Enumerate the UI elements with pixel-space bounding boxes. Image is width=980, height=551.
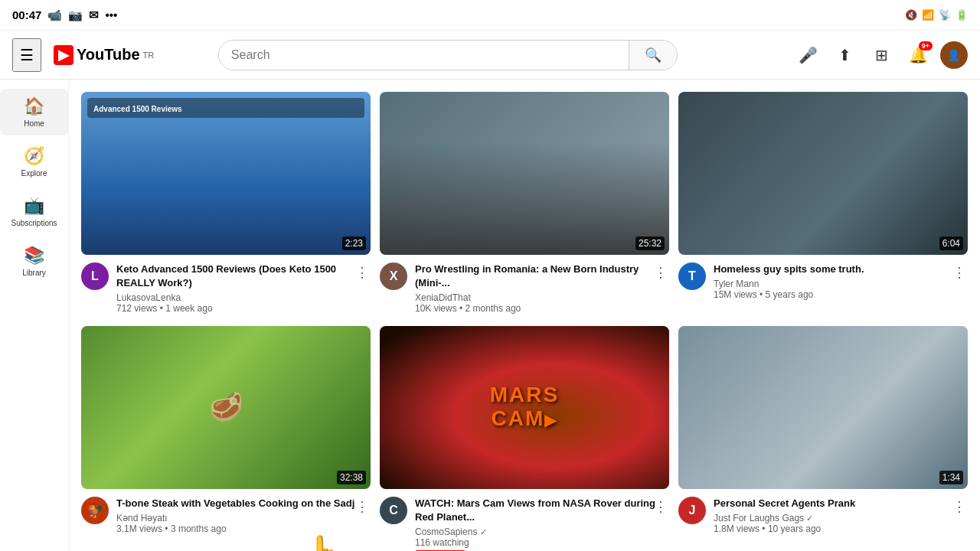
content-area: Advanced 1500 Reviews 2:23 L Keto Advanc…	[69, 80, 980, 551]
gmail-icon: ✉	[89, 8, 99, 22]
thumbnail-wrestling: 25:32	[380, 92, 669, 255]
sidebar-item-library[interactable]: 📚 Library	[0, 238, 68, 285]
sidebar-item-subscriptions[interactable]: 📺 Subscriptions	[0, 188, 68, 235]
mars-overlay-text: MARSCAM▶	[490, 384, 559, 432]
tbone-meta: T-bone Steak with Vegetables Cooking on …	[116, 497, 371, 534]
tbone-duration: 32:38	[337, 471, 366, 484]
muted-icon: 🔇	[905, 9, 917, 21]
notifications-button[interactable]: 🔔 9+	[903, 40, 934, 70]
signal-icon: 📡	[939, 9, 951, 21]
keto-review-text: Advanced 1500 Reviews	[93, 105, 182, 113]
mars-more-button[interactable]: ⋮	[652, 497, 669, 517]
video-cam2-icon: 📷	[68, 8, 83, 22]
explore-icon: 🧭	[24, 146, 44, 166]
tbone-title: T-bone Steak with Vegetables Cooking on …	[116, 497, 371, 510]
wifi-icon: 📶	[922, 9, 934, 21]
mars-title: WATCH: Mars Cam Views from NASA Rover du…	[415, 497, 669, 524]
yt-play-icon: ▶	[54, 45, 74, 65]
subscriptions-icon: 📺	[24, 196, 44, 216]
mars-channel: CosmoSapiens ✓	[415, 527, 669, 537]
agents-meta: Personal Secret Agents Prank Just For La…	[714, 497, 968, 534]
video-card-keto[interactable]: Advanced 1500 Reviews 2:23 L Keto Advanc…	[81, 92, 371, 314]
keto-stats: 712 views • 1 week ago	[116, 303, 371, 314]
sidebar-library-label: Library	[22, 269, 46, 277]
apps-button[interactable]: ⊞	[867, 40, 897, 70]
agents-channel: Just For Laughs Gags ✓	[714, 513, 968, 523]
wrestling-channel: XeniaDidThat	[415, 292, 669, 303]
sidebar-item-home[interactable]: 🏠 Home	[0, 89, 68, 135]
homeless-stats: 15M views • 5 years ago	[714, 289, 968, 300]
agents-duration: 1:34	[939, 471, 963, 484]
video-card-agents[interactable]: 1:34 J Personal Secret Agents Prank Just…	[678, 326, 968, 551]
avatar[interactable]: 👤	[940, 41, 968, 69]
upload-button[interactable]: ⬆	[830, 40, 861, 70]
mars-meta: WATCH: Mars Cam Views from NASA Rover du…	[415, 497, 669, 551]
video-grid: Advanced 1500 Reviews 2:23 L Keto Advanc…	[81, 92, 968, 551]
finger-cursor-icon: 👆	[300, 533, 348, 551]
wrestling-stats: 10K views • 2 months ago	[415, 303, 669, 314]
tbone-channel: Kənd Həyatı	[116, 513, 371, 523]
search-input[interactable]	[219, 41, 629, 70]
notification-badge: 9+	[919, 41, 933, 51]
keto-more-button[interactable]: ⋮	[354, 262, 371, 282]
wrestling-more-button[interactable]: ⋮	[652, 262, 669, 282]
agents-title: Personal Secret Agents Prank	[714, 497, 968, 510]
header: ☰ ▶ YouTubeTR 🔍 🎤 ⬆ ⊞ 🔔 9+ 👤	[0, 31, 980, 80]
video-card-homeless[interactable]: 6:04 T Homeless guy spits some truth. Ty…	[678, 92, 968, 314]
thumbnail-agents: 1:34	[678, 326, 968, 489]
mars-video-info: C WATCH: Mars Cam Views from NASA Rover …	[380, 497, 669, 551]
sidebar-subscriptions-label: Subscriptions	[11, 219, 57, 227]
mars-stats: 116 watching	[415, 537, 669, 548]
sidebar-home-label: Home	[24, 119, 44, 128]
video-cam-icon: 📹	[47, 8, 62, 22]
thumbnail-mars: MARSCAM▶	[380, 326, 669, 489]
video-card-mars[interactable]: MARSCAM▶ C WATCH: Mars Cam Views from NA…	[380, 326, 669, 551]
homeless-channel: Tyler Mann	[714, 279, 968, 289]
agents-channel-avatar: J	[678, 497, 706, 524]
agents-verified-icon: ✓	[806, 514, 813, 523]
wrestling-title: Pro Wrestling in Romania: a New Born Ind…	[415, 262, 669, 290]
keto-channel-avatar: L	[81, 262, 109, 290]
agents-more-button[interactable]: ⋮	[951, 497, 968, 517]
mars-channel-avatar: C	[380, 497, 407, 524]
search-button[interactable]: 🔍	[629, 41, 677, 70]
mars-verified-icon: ✓	[480, 527, 487, 536]
keto-title: Keto Advanced 1500 Reviews (Does Keto 15…	[116, 262, 371, 290]
library-icon: 📚	[24, 246, 44, 266]
status-bar: 00:47 📹 📷 ✉ ••• 🔇 📶 📡 🔋	[0, 0, 980, 31]
wrestling-duration: 25:32	[635, 236, 665, 250]
dots-icon: •••	[105, 8, 117, 21]
homeless-video-info: T Homeless guy spits some truth. Tyler M…	[678, 262, 968, 300]
sidebar-explore-label: Explore	[21, 169, 47, 178]
homeless-duration: 6:04	[939, 236, 963, 250]
tbone-stats: 3.1M views • 3 months ago	[116, 523, 371, 534]
sidebar-item-explore[interactable]: 🧭 Explore	[0, 139, 68, 185]
keto-meta: Keto Advanced 1500 Reviews (Does Keto 15…	[116, 262, 371, 314]
keto-channel: LukasovaLenka	[116, 292, 371, 303]
wrestling-meta: Pro Wrestling in Romania: a New Born Ind…	[415, 262, 669, 314]
video-card-wrestling[interactable]: 25:32 X Pro Wrestling in Romania: a New …	[380, 92, 669, 314]
keto-video-info: L Keto Advanced 1500 Reviews (Does Keto …	[81, 262, 371, 314]
time-display: 00:47	[12, 8, 41, 21]
status-right-icons: 🔇 📶 📡 🔋	[905, 9, 968, 21]
battery-icon: 🔋	[956, 9, 968, 21]
mic-button[interactable]: 🎤	[793, 40, 824, 70]
homeless-more-button[interactable]: ⋮	[951, 262, 968, 282]
menu-button[interactable]: ☰	[12, 38, 41, 72]
homeless-meta: Homeless guy spits some truth. Tyler Man…	[714, 262, 968, 300]
thumbnail-homeless: 6:04	[678, 92, 968, 255]
homeless-channel-avatar: T	[678, 262, 706, 290]
thumbnail-keto: Advanced 1500 Reviews 2:23	[81, 92, 371, 255]
tbone-more-button[interactable]: ⋮	[354, 497, 371, 517]
video-card-tbone[interactable]: 🥩 32:38 🐓 T-bone Steak with Vegetables C…	[81, 326, 371, 551]
youtube-logo[interactable]: ▶ YouTubeTR	[54, 45, 154, 65]
header-icons: 🎤 ⬆ ⊞ 🔔 9+ 👤	[793, 40, 968, 70]
tbone-food-icon: 🥩	[209, 391, 243, 423]
home-icon: 🏠	[24, 96, 44, 116]
sidebar: 🏠 Home 🧭 Explore 📺 Subscriptions 📚 Libra…	[0, 80, 69, 551]
logo-country: TR	[143, 51, 155, 60]
logo-text: YouTube	[77, 46, 140, 64]
homeless-title: Homeless guy spits some truth.	[714, 262, 968, 276]
tbone-video-info: 🐓 T-bone Steak with Vegetables Cooking o…	[81, 497, 371, 534]
tbone-channel-avatar: 🐓	[81, 497, 109, 524]
